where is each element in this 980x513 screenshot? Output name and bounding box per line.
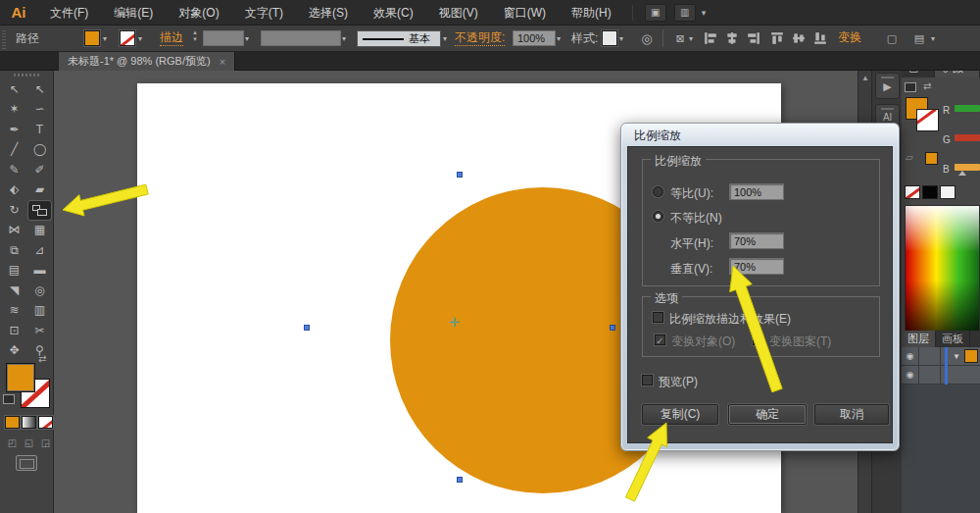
free-transform-tool[interactable]: ▦ (28, 221, 51, 239)
symbol-sprayer-tool[interactable]: ≋ (3, 301, 25, 320)
out-of-gamut-cube-icon[interactable]: ▱ (906, 152, 913, 163)
select-similar-icon[interactable]: ⊠ (670, 30, 690, 47)
tab-layers[interactable]: 图层 (902, 331, 936, 347)
menu-item-edit[interactable]: 编辑(E) (101, 0, 166, 26)
align-right-icon[interactable] (747, 31, 760, 45)
align-bottom-icon[interactable] (813, 31, 827, 45)
lasso-tool[interactable]: ∽ (28, 100, 51, 119)
layer-visibility-icon[interactable]: ◉ (902, 347, 919, 366)
bridge-icon[interactable]: ▣ (645, 4, 666, 22)
document-tab[interactable]: 未标题-1* @ 98% (RGB/预览) × (59, 52, 235, 71)
anchor-point-top[interactable] (457, 172, 463, 178)
horizontal-scale-input[interactable] (729, 232, 784, 249)
layer-thumbnail[interactable] (964, 349, 978, 363)
tools-panel-grip[interactable] (14, 74, 39, 77)
gamut-color-swatch[interactable] (925, 152, 938, 165)
selection-tool[interactable]: ↖ (3, 80, 25, 99)
white-swatch[interactable] (940, 185, 956, 199)
brush-caret-icon[interactable]: ▾ (443, 30, 447, 47)
menu-item-effect[interactable]: 效果(C) (361, 0, 426, 26)
select-similar-caret-icon[interactable]: ▾ (689, 30, 693, 47)
uniform-radio[interactable] (653, 186, 663, 197)
menu-item-type[interactable]: 文字(T) (232, 0, 296, 26)
stroke-weight-stepper[interactable]: ▲ ▼ (192, 29, 198, 43)
rotate-tool[interactable]: ↻ (3, 201, 25, 220)
options-bar-grip[interactable] (2, 30, 6, 50)
transform-objects-checkbox[interactable]: ✓ (655, 334, 665, 345)
stroke-caret-icon[interactable]: ▾ (138, 30, 142, 47)
menu-item-file[interactable]: 文件(F) (37, 0, 101, 26)
slider-b[interactable] (955, 164, 980, 171)
gradient-tool[interactable]: ▬ (28, 261, 51, 280)
artboard-tool[interactable]: ⊡ (3, 322, 25, 340)
scroll-up-icon[interactable]: ▲ (858, 71, 872, 85)
blend-tool[interactable]: ◎ (28, 282, 51, 300)
stepper-down-icon[interactable]: ▼ (192, 36, 198, 43)
style-swatch[interactable] (602, 30, 617, 46)
fill-color-swatch[interactable] (84, 30, 100, 46)
magic-wand-tool[interactable]: ✶ (3, 100, 25, 119)
style-caret-icon[interactable]: ▾ (619, 30, 623, 47)
menu-item-help[interactable]: 帮助(H) (559, 0, 624, 26)
menu-item-view[interactable]: 视图(V) (426, 0, 491, 26)
cancel-button[interactable]: 取消 (814, 404, 889, 425)
stepper-up-icon[interactable]: ▲ (192, 29, 198, 36)
align-center-icon[interactable] (725, 31, 739, 45)
transform-panel-link[interactable]: 变换 (838, 30, 861, 45)
draw-normal-icon[interactable]: ◰ (5, 437, 20, 449)
slider-g[interactable] (955, 134, 980, 141)
pen-tool[interactable]: ✒ (3, 121, 25, 139)
default-swatches-mini-icon[interactable] (905, 82, 916, 92)
fill-caret-icon[interactable]: ▾ (103, 30, 107, 47)
menu-item-object[interactable]: 对象(O) (166, 0, 231, 26)
layer-row[interactable]: ◉ ▼ (902, 347, 980, 366)
ellipse-tool[interactable]: ◯ (28, 140, 51, 159)
none-swatch[interactable] (905, 185, 920, 199)
shape-builder-tool[interactable]: ⧉ (3, 241, 25, 260)
gradient-mode-button[interactable] (22, 416, 36, 429)
swap-fill-stroke-icon[interactable]: ⇄ (38, 353, 46, 364)
copy-button[interactable]: 复制(C) (642, 404, 718, 425)
scale-strokes-checkbox[interactable] (653, 312, 663, 323)
fill-swatch-indicator[interactable] (6, 363, 35, 392)
workspace-caret-icon[interactable]: ▾ (702, 8, 707, 18)
vertical-scale-input[interactable] (729, 258, 784, 275)
color-mode-button[interactable] (5, 416, 20, 429)
stroke-weight-caret-icon[interactable]: ▾ (245, 30, 249, 47)
column-graph-tool[interactable]: ▥ (28, 301, 51, 320)
layer-lock-cell[interactable] (919, 347, 941, 366)
line-segment-tool[interactable]: ╱ (3, 140, 25, 159)
sublayer-row[interactable]: ◉ (902, 366, 980, 385)
anchor-point-right[interactable] (610, 325, 615, 331)
slice-tool[interactable]: ✂ (28, 322, 51, 340)
workspace-switcher-icon[interactable]: ▥ (674, 4, 696, 22)
uniform-scale-input[interactable] (729, 183, 784, 200)
type-tool[interactable]: T (28, 121, 51, 139)
sublayer-lock-cell[interactable] (919, 366, 941, 385)
panel-stroke-swatch[interactable] (916, 109, 939, 131)
variable-width-caret-icon[interactable]: ▾ (342, 30, 346, 47)
variable-width-combo[interactable] (261, 30, 341, 46)
direct-selection-tool[interactable]: ↖ (28, 80, 51, 99)
transform-patterns-checkbox[interactable] (753, 334, 763, 345)
close-tab-icon[interactable]: × (220, 56, 225, 68)
menu-item-select[interactable]: 选择(S) (296, 0, 361, 26)
anchor-point-left[interactable] (304, 325, 310, 331)
ok-button[interactable]: 确定 (728, 404, 807, 425)
draw-behind-icon[interactable]: ◱ (22, 437, 36, 449)
default-fill-stroke-icon[interactable] (3, 394, 15, 404)
isolate-selection-icon[interactable]: ▤ (909, 30, 929, 47)
perspective-grid-tool[interactable]: ⊿ (28, 241, 51, 260)
stroke-color-swatch[interactable] (120, 30, 135, 46)
black-swatch[interactable] (922, 185, 938, 199)
opacity-value[interactable]: 100% (513, 30, 556, 46)
recolor-artwork-icon[interactable]: ◎ (637, 30, 657, 47)
preview-checkbox[interactable] (642, 375, 653, 385)
tab-artboards[interactable]: 画板 (936, 331, 970, 347)
layer-expander-icon[interactable]: ▼ (953, 352, 960, 361)
none-mode-button[interactable] (38, 416, 53, 429)
collapsed-panel-symbols[interactable]: ▶ (875, 73, 900, 99)
brush-definition-combo[interactable]: 基本 (357, 30, 441, 47)
draw-inside-icon[interactable]: ◲ (38, 437, 53, 449)
eraser-tool[interactable]: ▰ (28, 180, 51, 199)
